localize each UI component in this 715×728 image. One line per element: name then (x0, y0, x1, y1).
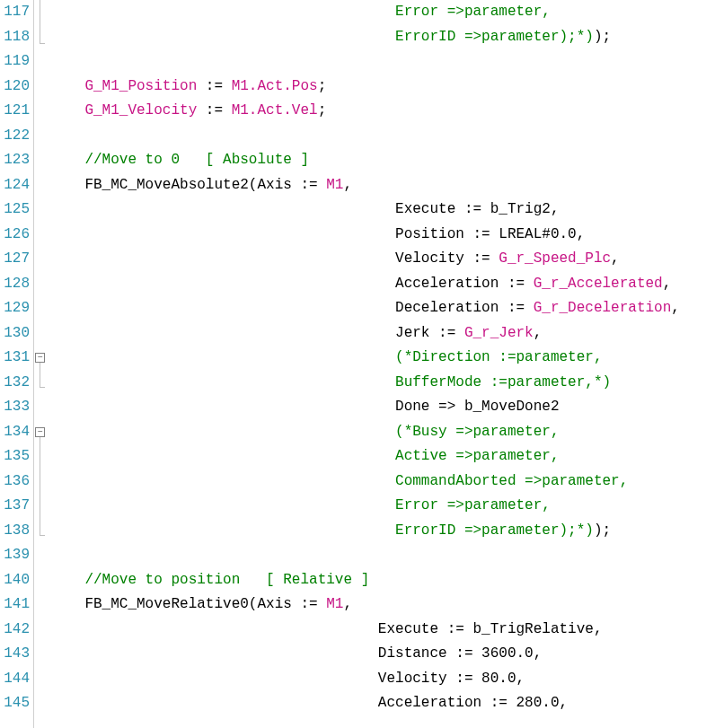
code-token: Velocity := 80.0, (378, 671, 525, 687)
code-token: := (197, 78, 231, 94)
code-line[interactable]: Distance := 3600.0, (50, 642, 715, 667)
code-line[interactable]: Execute := b_Trig2, (50, 197, 715, 223)
line-number: 129 (0, 296, 30, 321)
line-number: 120 (0, 75, 30, 100)
line-number: 134 (0, 420, 30, 445)
line-number: 130 (0, 321, 30, 346)
code-token: M1 (326, 596, 343, 612)
code-token: , (611, 250, 620, 267)
code-line[interactable]: ErrorID =>parameter);*)); (50, 25, 715, 50)
code-line[interactable]: G_M1_Velocity := M1.Act.Vel; (50, 99, 715, 124)
fold-guide-end (40, 387, 45, 388)
line-number: 139 (0, 543, 30, 568)
code-line[interactable]: Velocity := 80.0, (50, 667, 715, 692)
line-number: 132 (0, 371, 30, 396)
code-line[interactable]: Velocity := G_r_Speed_Plc, (50, 247, 715, 272)
line-number: 145 (0, 691, 30, 716)
line-number: 137 (0, 494, 30, 519)
code-token: Done => b_MoveDone2 (395, 399, 559, 415)
code-line[interactable] (50, 124, 715, 149)
line-number: 121 (0, 99, 30, 124)
fold-toggle-icon[interactable]: − (35, 427, 45, 437)
code-token: ; (318, 78, 327, 94)
code-token: //Move to 0 [ Absolute ] (84, 152, 309, 168)
code-line[interactable]: //Move to position [ Relative ] (50, 568, 715, 593)
fold-gutter: − − (34, 0, 47, 728)
code-token: , (663, 276, 672, 292)
fold-guide-end (40, 535, 45, 536)
line-number: 124 (0, 173, 30, 198)
code-token: G_r_Speed_Plc (499, 250, 611, 267)
code-line[interactable] (50, 49, 715, 75)
code-token: M1 (326, 177, 343, 193)
line-number: 123 (0, 148, 30, 173)
line-number: 143 (0, 642, 30, 667)
line-number-gutter: 117 118 119 120 121 122 123 124 125 126 … (0, 0, 34, 728)
code-token: ErrorID =>parameter);*) (395, 522, 594, 539)
code-line[interactable]: Execute := b_TrigRelative, (50, 618, 715, 643)
code-line[interactable]: Deceleration := G_r_Deceleration, (50, 296, 715, 321)
line-number: 128 (0, 272, 30, 297)
code-line[interactable]: FB_MC_MoveRelative0(Axis := M1, (50, 592, 715, 618)
fold-guide (40, 0, 40, 44)
line-number: 144 (0, 667, 30, 692)
code-line[interactable]: (*Direction :=parameter, (50, 346, 715, 371)
code-token: , (534, 325, 543, 341)
line-number: 140 (0, 568, 30, 593)
code-line[interactable]: BufferMode :=parameter,*) (50, 371, 715, 396)
code-token: ; (318, 102, 327, 118)
code-token: M1.Act.Pos (232, 78, 318, 94)
code-token: := (197, 102, 231, 118)
code-line[interactable]: Active =>parameter, (50, 444, 715, 469)
code-token: CommandAborted =>parameter, (395, 473, 628, 489)
line-number: 119 (0, 49, 30, 75)
code-token: BufferMode :=parameter,*) (395, 374, 611, 390)
code-token: Acceleration := (395, 276, 534, 292)
code-line[interactable]: //Move to 0 [ Absolute ] (50, 148, 715, 173)
fold-toggle-icon[interactable]: − (35, 353, 45, 363)
code-line[interactable]: Acceleration := 280.0, (50, 691, 715, 716)
code-token: Execute := b_Trig2, (395, 201, 559, 217)
code-token: FB_MC_MoveRelative0(Axis := (84, 596, 326, 612)
code-token: (*Busy =>parameter, (395, 424, 559, 440)
fold-guide-end (40, 43, 45, 44)
code-token: Execute := b_TrigRelative, (378, 621, 603, 637)
code-token: Deceleration := (395, 300, 534, 316)
code-token: FB_MC_MoveAbsolute2(Axis := (84, 177, 326, 193)
line-number: 125 (0, 197, 30, 223)
code-token: Jerk := (395, 325, 464, 341)
code-token: Distance := 3600.0, (378, 645, 542, 662)
code-token: Active =>parameter, (395, 448, 559, 464)
code-line[interactable]: G_M1_Position := M1.Act.Pos; (50, 75, 715, 100)
code-line[interactable]: Done => b_MoveDone2 (50, 395, 715, 420)
code-line[interactable]: Error =>parameter, (50, 0, 715, 25)
code-token: , (343, 596, 352, 612)
code-token: G_r_Jerk (464, 325, 534, 341)
code-line[interactable]: Position := LREAL#0.0, (50, 223, 715, 248)
code-token: Position := LREAL#0.0, (395, 226, 585, 242)
code-token: ErrorID =>parameter);*) (395, 29, 594, 45)
line-number: 126 (0, 223, 30, 248)
code-line[interactable]: ErrorID =>parameter);*)); (50, 519, 715, 544)
code-token: , (343, 177, 352, 193)
code-token: (*Direction :=parameter, (395, 349, 602, 365)
code-token: ); (594, 29, 611, 45)
line-number: 138 (0, 519, 30, 544)
code-line[interactable]: (*Busy =>parameter, (50, 420, 715, 445)
code-token: Error =>parameter, (395, 4, 551, 20)
code-token: G_r_Accelerated (534, 276, 663, 292)
code-token: G_r_Deceleration (534, 300, 672, 316)
line-number: 117 (0, 0, 30, 25)
code-line[interactable]: Error =>parameter, (50, 494, 715, 519)
line-number: 118 (0, 25, 30, 50)
code-area[interactable]: Error =>parameter, ErrorID =>parameter);… (47, 0, 715, 728)
code-line[interactable]: Acceleration := G_r_Accelerated, (50, 272, 715, 297)
code-line[interactable]: CommandAborted =>parameter, (50, 469, 715, 495)
code-token: G_M1_Velocity (84, 102, 197, 118)
code-line[interactable]: Jerk := G_r_Jerk, (50, 321, 715, 346)
code-line[interactable] (50, 543, 715, 568)
line-number: 122 (0, 124, 30, 149)
code-token: //Move to position [ Relative ] (84, 572, 369, 588)
code-token: Error =>parameter, (395, 497, 551, 513)
code-line[interactable]: FB_MC_MoveAbsolute2(Axis := M1, (50, 173, 715, 198)
